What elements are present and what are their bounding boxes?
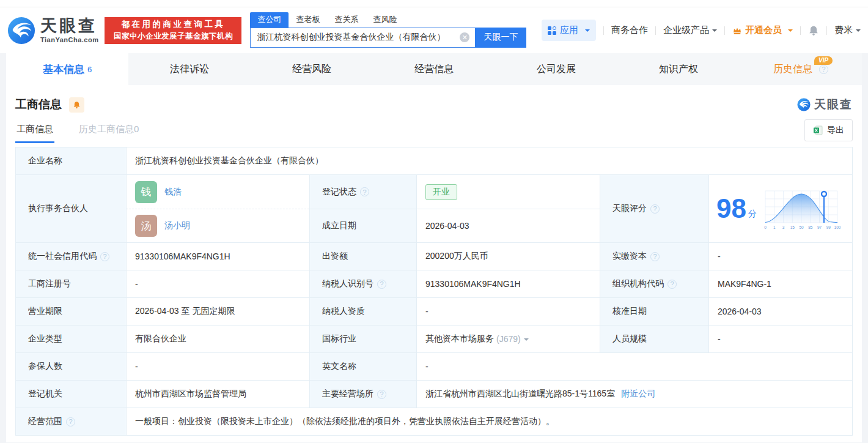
taxpayer-id-value: 91330106MAK9F4NG1H (416, 270, 600, 297)
field-label: 统一社会信用代码 (16, 243, 126, 270)
partner-link[interactable]: 汤小明 (164, 220, 190, 231)
main-content: 工商信息 天眼查 工商信息 历史工商信息0 (6, 85, 862, 442)
english-name-value: - (416, 353, 852, 380)
search-tab-boss[interactable]: 查老板 (289, 12, 327, 28)
taxpayer-quality-value: - (416, 298, 600, 325)
apps-menu-button[interactable]: 应用 (542, 20, 596, 41)
search-tabs: 查公司 查老板 查关系 查风险 (250, 13, 526, 28)
help-icon[interactable] (66, 417, 75, 426)
search-input[interactable] (250, 28, 475, 48)
field-label: 登记机关 (16, 381, 126, 408)
avatar[interactable]: 汤 (135, 215, 157, 237)
help-icon[interactable] (819, 65, 828, 74)
tab-operation-risk[interactable]: 经营风险 (251, 53, 373, 85)
field-label: 执行事务合伙人 (16, 175, 126, 242)
subtab-history-business-info[interactable]: 历史工商信息0 (78, 117, 140, 143)
help-icon[interactable] (377, 390, 386, 399)
subscribe-bell-icon[interactable] (69, 97, 84, 113)
subtab-business-info[interactable]: 工商信息 (15, 117, 54, 143)
search-tab-company[interactable]: 查公司 (250, 12, 289, 28)
chart-x-ticks: 0 1 3 15 50 85 97 99 100 (764, 225, 841, 229)
menu-item-cooperation[interactable]: 商务合作 (611, 24, 648, 36)
chevron-down-icon (712, 29, 717, 34)
help-icon[interactable] (668, 280, 677, 289)
tab-label: 法律诉讼 (170, 63, 209, 76)
svg-text:100: 100 (834, 225, 841, 229)
tab-label: 公司发展 (537, 63, 576, 76)
industry-value: 其他资本市场服务 (J679) (416, 326, 600, 352)
field-label: 企业类型 (16, 326, 126, 352)
score-marker-pin (822, 192, 826, 196)
search-tab-relation[interactable]: 查关系 (327, 12, 366, 28)
est-date-value: 2026-04-03 (416, 209, 600, 242)
menu-item-enterprise[interactable]: 企业级产品 (663, 24, 717, 36)
search-tab-risk[interactable]: 查风险 (366, 12, 404, 28)
search-button[interactable]: 天眼一下 (475, 28, 526, 48)
field-label: 成立日期 (309, 209, 416, 242)
clear-icon[interactable] (460, 32, 469, 42)
partner-link[interactable]: 钱浩 (164, 187, 182, 198)
company-name-value: 浙江杭资科创创业投资基金合伙企业（有限合伙） (126, 147, 852, 174)
help-icon[interactable] (100, 252, 109, 261)
status-badge: 开业 (425, 184, 457, 200)
avatar[interactable]: 钱 (135, 181, 157, 203)
brand-domain: TianYanCha.com (40, 37, 98, 43)
svg-text:97: 97 (817, 225, 822, 229)
tab-legal-proceedings[interactable]: 法律诉讼 (128, 53, 251, 85)
label-text: 纳税人识别号 (322, 278, 373, 289)
tab-company-development[interactable]: 公司发展 (495, 53, 617, 85)
user-menu[interactable]: 费米 (834, 24, 861, 36)
svg-text:1: 1 (773, 225, 776, 229)
industry-text: 其他资本市场服务 (425, 333, 494, 344)
partner-item: 钱 钱浩 (126, 175, 309, 209)
help-icon[interactable] (650, 204, 660, 214)
help-icon[interactable] (650, 252, 660, 261)
open-vip-button[interactable]: 开通会员 (732, 24, 793, 36)
tab-label: 经营风险 (292, 63, 331, 76)
capital-value: 200200万人民币 (416, 243, 600, 270)
help-icon[interactable] (360, 187, 369, 196)
export-button[interactable]: 导出 (804, 119, 853, 141)
industry-code: (J679) (496, 334, 521, 344)
promo-line2: 国家中小企业发展子基金旗下机构 (105, 31, 241, 42)
table-row: 营业期限 2026-04-03 至 无固定期限 纳税人资质 - 核准日期 202… (16, 297, 852, 325)
table-row: 参保人数 - 英文名称 - (16, 352, 852, 380)
tianyancha-logo[interactable]: 天眼查 TianYanCha.com (7, 17, 98, 45)
apps-grid-icon (548, 26, 556, 35)
notification-bell-icon[interactable] (808, 25, 819, 36)
tab-history-info[interactable]: VIP 历史信息 (740, 53, 862, 85)
table-row: 工商注册号 - 纳税人识别号 91330106MAK9F4NG1H 组织机构代码… (16, 270, 852, 297)
tab-basic-info[interactable]: 基本信息 6 (6, 53, 128, 85)
tianyancha-logo-icon (797, 98, 811, 111)
label-text: 主要经营场所 (322, 389, 373, 400)
address-text: 浙江省杭州市西湖区北山街道曙光路85-1号1165室 (425, 389, 615, 400)
excel-icon (813, 125, 823, 135)
promo-line1: 都在用的商业查询工具 (105, 18, 241, 31)
page-body: 基本信息 6 法律诉讼 经营风险 经营信息 公司发展 知识产权 VIP 历史信息… (0, 53, 868, 442)
field-label: 企业名称 (16, 147, 126, 174)
section-title: 工商信息 (15, 97, 62, 113)
org-code-value: MAK9F4NG-1 (708, 270, 852, 297)
business-term-value: 2026-04-03 至 无固定期限 (126, 298, 309, 325)
field-label: 实缴资本 (600, 243, 708, 270)
field-label: 组织机构代码 (600, 270, 708, 297)
chevron-down-icon (856, 29, 861, 34)
table-row: 经营范围 一般项目：创业投资（限投资未上市企业）（除依法须经批准的项目外，凭营业… (16, 408, 852, 435)
nearby-companies-link[interactable]: 附近公司 (621, 389, 655, 400)
help-icon[interactable] (377, 280, 386, 289)
svg-text:0: 0 (764, 225, 767, 229)
company-nav-tabs: 基本信息 6 法律诉讼 经营风险 经营信息 公司发展 知识产权 VIP 历史信息 (6, 53, 862, 85)
tab-intellectual-property[interactable]: 知识产权 (617, 53, 740, 85)
username: 费米 (834, 24, 853, 36)
menu-divider (826, 26, 827, 35)
company-type-value: 有限合伙企业 (126, 326, 309, 352)
menu-divider (603, 26, 604, 35)
score-distribution-chart: 0 1 3 15 50 85 97 99 100 (762, 186, 841, 231)
tianyancha-logo-icon (7, 17, 35, 45)
tab-operation-info[interactable]: 经营信息 (373, 53, 495, 85)
svg-text:15: 15 (790, 225, 795, 229)
business-info-table: 企业名称 浙江杭资科创创业投资基金合伙企业（有限合伙） 执行事务合伙人 钱 钱浩… (15, 147, 853, 436)
chevron-down-icon[interactable] (524, 338, 529, 343)
label-text: 登记状态 (322, 187, 356, 198)
score-value: 98 分 0 1 3 (708, 175, 852, 242)
